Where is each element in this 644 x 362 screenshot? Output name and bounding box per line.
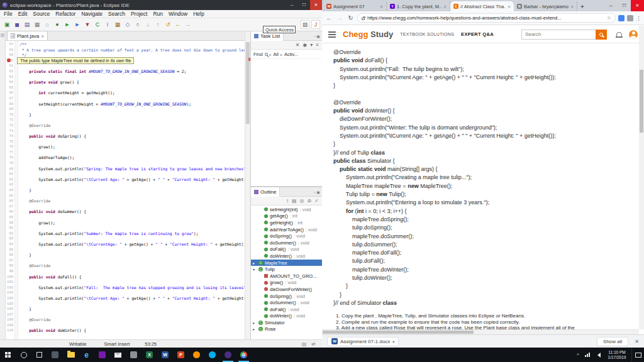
menu-search[interactable]: Search [108,11,125,17]
forward-icon[interactable]: → [183,20,193,30]
next-annotation-icon[interactable]: ↓ [143,20,153,30]
page-scrollbar[interactable] [639,26,644,329]
error-overview-tick[interactable] [248,58,250,61]
search-icon[interactable]: ○ [133,20,143,30]
outline-toolbar-icon-3[interactable]: ⊘ [308,198,312,204]
taskbar-clock[interactable]: 11:10 PM 1/17/2019 [602,350,631,359]
nav-textbook-solutions[interactable]: TEXTBOOK SOLUTIONS [400,32,454,36]
menu-navigate[interactable]: Navigate [81,11,103,17]
panel-minmax-icons[interactable]: ▫ ▣ [314,34,320,38]
menu-source[interactable]: Source [33,11,50,17]
edge-icon[interactable]: e [79,348,94,362]
outline-toolbar-icon-0[interactable]: ↕ [286,198,289,204]
expand-arrow-icon[interactable]: ▸ [253,321,257,325]
new-interface-icon[interactable]: I [103,20,113,30]
status-misc-icon[interactable]: ▤ [302,341,307,347]
eclipse-maximize-button[interactable]: ☐ [298,0,310,10]
tab-close-icon[interactable]: ✕ [508,4,511,9]
restore-view-icon[interactable] [1,33,4,37]
powerpoint-icon[interactable]: P [173,348,189,362]
browser-tab[interactable]: BBarbar - bryan(alamo...✕ [514,1,577,11]
outline-item[interactable]: ▸CSimulator [251,319,322,326]
build-icon[interactable]: ⌂ [42,20,52,30]
chevron-down-icon[interactable]: ▾ [392,339,394,344]
chrome-minimize-button[interactable]: ─ [604,0,618,11]
outline-item[interactable]: grow() : void [251,280,322,287]
forward-button[interactable]: → [336,14,344,21]
tray-expand-icon[interactable]: ^ [574,353,582,357]
new-class-icon[interactable]: C [92,20,103,30]
search-input[interactable] [521,30,596,40]
menu-window[interactable]: Window [169,11,187,17]
quick-access-box[interactable]: Quick Access [263,26,296,33]
eclipse-close-button[interactable]: ✕ [310,0,322,10]
menu-edit[interactable]: Edit [18,11,28,17]
browser-tab[interactable]: Y1. Copy the plant, M...✕ [387,1,450,11]
hamburger-menu-icon[interactable] [328,31,336,38]
onenote-icon[interactable] [94,348,110,362]
eclipse-minimize-button[interactable]: ─ [286,0,298,10]
firefox-icon[interactable] [189,348,204,362]
outline-item[interactable]: doFall() : void [251,306,322,313]
menu-help[interactable]: Help [193,11,204,17]
extension-icon[interactable] [618,15,625,21]
word-icon[interactable]: W [157,348,173,362]
download-bar-close-icon[interactable]: ✕ [635,339,639,344]
outline-toolbar-icon-2[interactable]: ◎ [300,198,304,204]
outline-tree[interactable]: setHeight(int) : voidgetAge() : intgetHe… [251,206,322,339]
new-wizard-icon[interactable]: ▣ [2,20,12,30]
outline-item[interactable]: AMOUNT_TO_GRO... [251,273,322,280]
code-editor[interactable]: 5758596061626364656667686970717273747576… [6,41,245,339]
java-perspective-icon[interactable]: J [311,20,320,29]
outline-item[interactable]: getHeight() : int [251,219,322,226]
tab-outline[interactable]: Outline [251,187,280,197]
action-center-icon[interactable] [631,348,644,362]
expand-arrow-icon[interactable]: ▸ [253,327,257,331]
scrollbar-thumb[interactable] [640,70,643,133]
menu-refactor[interactable]: Refactor [55,11,75,17]
task-view-button[interactable] [31,348,47,362]
save-all-icon[interactable]: ▤ [22,20,32,30]
open-perspective-icon[interactable]: ▨ [301,20,309,29]
skype-icon[interactable] [204,348,220,362]
new-tab-button[interactable]: + [577,3,587,11]
prev-annotation-icon[interactable]: ↑ [153,20,163,30]
nav-expert-qa[interactable]: EXPERT Q&A [461,31,494,37]
tasklist-toolbar-icon-0[interactable]: ✕ [296,42,300,48]
browser-tab[interactable]: WAssignment 07✕ [323,1,387,11]
chrome-icon[interactable] [236,348,252,362]
tasklist-toolbar-icon-3[interactable]: ≡ [316,42,319,48]
photos-icon[interactable] [126,348,142,362]
outline-item[interactable]: addYearToAge() : void [251,226,322,233]
scrollbar-thumb[interactable] [246,42,250,124]
notifications-bell-icon[interactable] [616,32,622,37]
outline-item[interactable]: doSummer() : void [251,239,322,246]
editor-scrollbar[interactable] [245,31,250,339]
horizontal-scrollbar[interactable] [322,329,639,334]
menu-project[interactable]: Project [131,11,147,17]
debug-icon[interactable]: ● [52,20,62,30]
outline-item[interactable]: ▸CRose [251,326,322,333]
menu-file[interactable]: File [4,11,13,17]
back-button[interactable]: ← [325,14,333,21]
extension-icon[interactable] [627,15,633,21]
coverage-icon[interactable]: ▼ [82,20,92,30]
back-icon[interactable]: ← [173,20,183,30]
browser-tab[interactable]: C// Abstract Class Tha...✕ [450,1,514,11]
start-button[interactable] [0,348,16,362]
mail-icon[interactable] [110,348,126,362]
tab-close-icon[interactable]: ✕ [443,4,447,9]
cortana-button[interactable] [16,348,31,362]
chegg-logo[interactable]: Chegg Study [343,30,393,39]
user-avatar[interactable] [629,30,638,39]
scope-activate-label[interactable]: Activ... [284,52,298,57]
search-icon[interactable] [265,53,268,56]
outline-item[interactable]: ▾CTulip [251,266,322,273]
page-url[interactable]: https://www.chegg.com/homework-help/ques… [367,15,604,21]
download-item[interactable]: W Assignment 07-1.docx ▾ [327,337,399,346]
task-list-find-row[interactable]: Find ▸ All ▸ Activ... [251,50,322,59]
tab-close-icon[interactable]: ✕ [570,4,574,9]
minimized-view-bar[interactable] [0,31,6,339]
photos-app-icon[interactable] [47,348,63,362]
outline-item[interactable]: doFall() : void [251,246,322,253]
